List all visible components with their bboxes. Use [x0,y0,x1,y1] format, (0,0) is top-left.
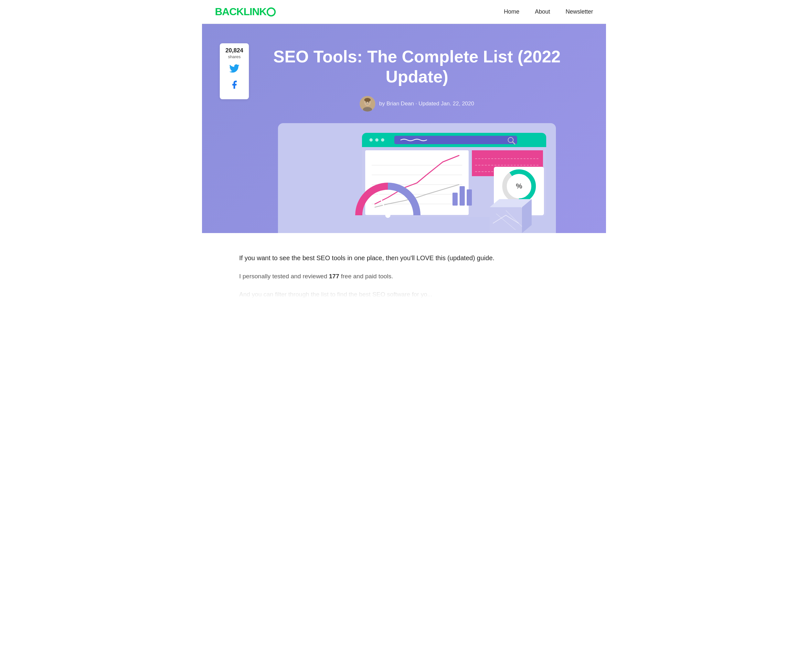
main-nav: Home About Newsletter [504,8,593,15]
logo-o-circle [267,7,276,17]
svg-point-2 [364,98,371,102]
hero-section: 20,824 shares SEO Tools: Th [202,24,606,233]
svg-rect-34 [490,207,522,233]
svg-rect-33 [467,189,472,206]
nav-newsletter[interactable]: Newsletter [566,8,593,15]
tool-count: 177 [329,273,339,279]
facebook-icon [229,79,239,93]
site-header: BACKLINK Home About Newsletter [202,0,606,24]
content-area: If you want to see the best SEO tools in… [226,233,582,313]
twitter-icon [229,62,240,76]
main-content: If you want to see the best SEO tools in… [202,233,606,313]
intro-paragraph-3: And you can filter through the list to f… [239,289,569,300]
svg-point-10 [375,138,379,142]
share-sidebar: 20,824 shares [220,43,249,99]
svg-point-9 [369,138,373,142]
intro-paragraph-1: If you want to see the best SEO tools in… [239,252,569,263]
twitter-share-button[interactable] [224,62,244,76]
illustration-svg: % [288,133,546,233]
facebook-share-button[interactable] [224,79,244,93]
site-logo[interactable]: BACKLINK [215,6,276,18]
svg-rect-31 [452,193,457,206]
author-line: by Brian Dean · Updated Jan. 22, 2020 [252,96,582,112]
svg-point-5 [369,102,369,102]
share-label: shares [224,54,244,59]
author-text: by Brian Dean · Updated Jan. 22, 2020 [379,100,474,107]
nav-about[interactable]: About [535,8,550,15]
author-avatar [360,96,375,112]
svg-point-4 [366,102,367,102]
svg-text:%: % [516,182,522,190]
hero-illustration: % [278,123,556,233]
svg-point-30 [385,213,391,218]
nav-home[interactable]: Home [504,8,519,15]
hero-content: SEO Tools: The Complete List (2022 Updat… [226,43,582,233]
hero-inner: 20,824 shares SEO Tools: Th [226,43,582,233]
svg-rect-32 [459,186,465,206]
share-count: 20,824 [224,47,244,54]
content-fade: If you want to see the best SEO tools in… [239,252,569,300]
intro-paragraph-2: I personally tested and reviewed 177 fre… [239,271,569,281]
svg-point-11 [381,138,384,142]
hero-title: SEO Tools: The Complete List (2022 Updat… [252,47,582,87]
